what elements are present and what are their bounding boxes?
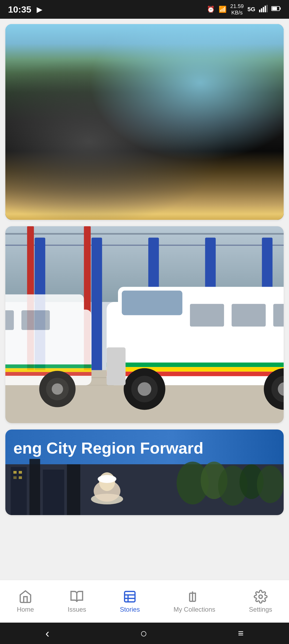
svg-point-81: [257, 466, 284, 503]
svg-rect-35: [122, 291, 182, 315]
svg-point-44: [138, 382, 151, 396]
status-right: ⏰ 📶 21.59KB/s 5G: [207, 3, 281, 16]
nav-issues-label: Issues: [68, 606, 86, 613]
5g-icon: 5G: [248, 6, 255, 13]
svg-text:eng City Region Forward: eng City Region Forward: [13, 439, 203, 457]
svg-rect-86: [99, 477, 115, 480]
svg-rect-52: [5, 310, 14, 330]
android-bar: ‹ ○ ≡: [0, 623, 289, 644]
svg-rect-2: [263, 7, 264, 12]
nav-collections-label: My Collections: [173, 606, 215, 613]
svg-rect-87: [125, 591, 135, 602]
nav-home-label: Home: [17, 606, 34, 613]
svg-rect-40: [107, 367, 284, 372]
battery-icon: [271, 6, 281, 13]
workshop-image: TOYOTA: [5, 226, 284, 423]
svg-rect-76: [19, 476, 22, 479]
city-image: eng City Region Forward: [5, 430, 284, 515]
issues-icon: [70, 590, 84, 604]
home-button[interactable]: ○: [140, 627, 147, 640]
svg-rect-36: [190, 304, 224, 327]
signal-bars-icon: [259, 5, 268, 14]
svg-rect-37: [232, 304, 266, 327]
svg-point-14: [5, 69, 193, 205]
stories-icon: [123, 590, 137, 604]
svg-rect-53: [21, 310, 50, 330]
svg-rect-74: [19, 471, 22, 474]
svg-rect-38: [273, 304, 284, 327]
fuel-image: [5, 24, 284, 220]
main-content: TAXI MAGAZINE | Spring 2017 Best Ways To…: [0, 19, 289, 580]
svg-rect-4: [267, 5, 268, 12]
svg-rect-0: [259, 10, 260, 12]
back-button[interactable]: ‹: [45, 627, 50, 640]
status-left: 10:35 ▶: [8, 4, 43, 15]
svg-rect-70: [29, 459, 40, 515]
article-card-1[interactable]: TAXI MAGAZINE | Spring 2017 Best Ways To…: [5, 24, 284, 220]
nav-collections[interactable]: My Collections: [168, 587, 220, 616]
svg-point-9: [5, 35, 69, 73]
svg-point-11: [5, 45, 35, 71]
svg-rect-48: [107, 347, 126, 385]
svg-rect-54: [5, 365, 92, 368]
svg-rect-69: [11, 467, 27, 515]
svg-rect-7: [272, 7, 277, 10]
alarm-icon: ⏰: [207, 6, 215, 13]
svg-point-16: [111, 188, 144, 220]
signal-icon: 📶: [219, 6, 227, 13]
nav-stories[interactable]: Stories: [115, 587, 145, 616]
svg-rect-72: [67, 464, 80, 515]
article-card-2[interactable]: TOYOTA TAXI MAGAZINE | Spring 2017 What …: [5, 226, 284, 423]
svg-rect-1: [261, 8, 262, 12]
svg-point-96: [259, 595, 262, 598]
svg-point-12: [122, 26, 227, 67]
network-speed: 21.59KB/s: [230, 3, 244, 16]
status-bar: 10:35 ▶ ⏰ 📶 21.59KB/s 5G: [0, 0, 289, 19]
svg-rect-71: [43, 470, 64, 515]
svg-point-15: [5, 111, 62, 201]
nav-settings-label: Settings: [249, 606, 272, 613]
nav-stories-label: Stories: [120, 606, 140, 613]
svg-rect-6: [280, 7, 281, 10]
status-time: 10:35: [8, 4, 31, 15]
menu-button[interactable]: ≡: [238, 628, 244, 639]
svg-rect-73: [13, 471, 17, 474]
svg-point-13: [175, 28, 250, 58]
svg-rect-39: [107, 363, 284, 367]
svg-point-62: [52, 383, 63, 394]
nav-settings[interactable]: Settings: [244, 587, 277, 616]
svg-rect-8: [5, 24, 284, 220]
youtube-icon: ▶: [37, 5, 43, 14]
nav-issues[interactable]: Issues: [62, 587, 92, 616]
svg-rect-55: [5, 368, 92, 372]
svg-point-10: [20, 33, 88, 64]
svg-rect-3: [265, 6, 266, 12]
svg-rect-75: [13, 476, 17, 479]
home-icon: [18, 590, 32, 604]
nav-home[interactable]: Home: [12, 587, 39, 616]
article-card-3[interactable]: eng City Region Forward: [5, 430, 284, 515]
bottom-nav: Home Issues Stories My Collections: [0, 580, 289, 623]
collections-icon: [187, 590, 201, 604]
settings-icon: [254, 590, 268, 604]
